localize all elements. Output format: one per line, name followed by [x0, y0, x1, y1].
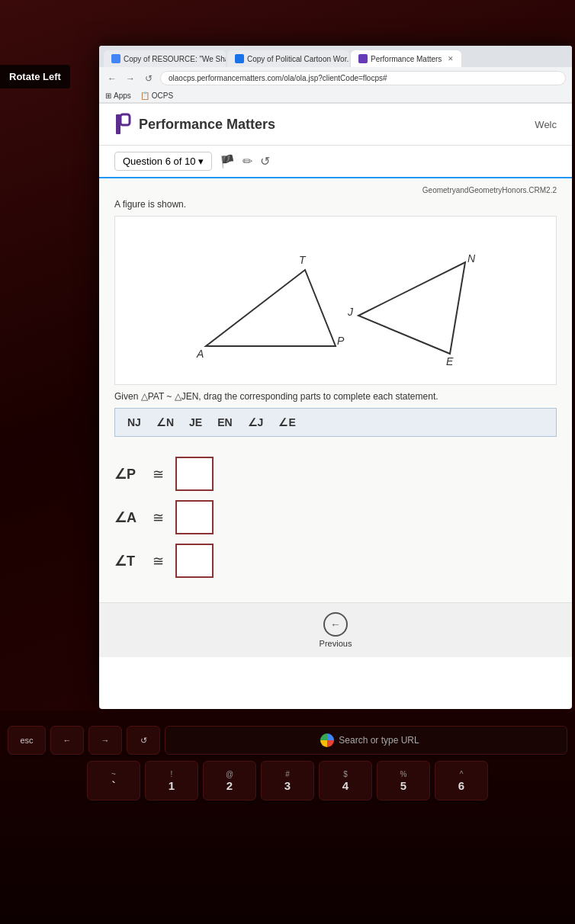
pm-title: Performance Matters	[139, 117, 275, 133]
browser-addressbar: ← → ↺ olaocps.performancematters.com/ola…	[99, 67, 572, 89]
num-4-label: 4	[342, 779, 349, 792]
key-5[interactable]: % 5	[377, 761, 430, 800]
back-button[interactable]: ←	[105, 72, 119, 85]
tab-label-2: Copy of Political Cartoon Wor...	[247, 55, 349, 63]
svg-text:T: T	[299, 254, 307, 266]
rotate-left-label[interactable]: Rotate Left	[0, 65, 70, 88]
num-2-label: 2	[226, 779, 233, 792]
angle-row-T: ∠T ≅	[114, 544, 557, 578]
key-esc[interactable]: esc	[8, 726, 46, 755]
pencil-icon[interactable]: ✏	[243, 154, 252, 168]
drop-box-P[interactable]	[175, 457, 214, 491]
num-6-label: 6	[458, 779, 464, 792]
question-prompt: A figure is shown.	[114, 199, 557, 210]
dollar-symbol: $	[343, 770, 348, 778]
drag-item-EN[interactable]: EN	[214, 415, 235, 430]
bookmark-ocps-label: OCPS	[152, 91, 173, 100]
navigation-area: ← Previous	[99, 602, 572, 657]
given-text: Given △PAT ~ △JEN, drag the correspondin…	[114, 391, 557, 402]
keyboard-row-numbers: ~ ` ! 1 @ 2 # 3 $ 4 % 5 ^ 6	[8, 761, 567, 800]
key-2[interactable]: @ 2	[203, 761, 256, 800]
triangle-figure: A T P J N E	[183, 224, 488, 377]
bookmark-ocps[interactable]: 📋 OCPS	[140, 91, 173, 100]
ocps-icon: 📋	[140, 91, 149, 100]
svg-text:A: A	[196, 348, 204, 360]
forward-button[interactable]: →	[124, 72, 137, 85]
percent-symbol: %	[400, 770, 407, 778]
tab-close-3[interactable]: ✕	[448, 55, 454, 63]
keyboard-area: esc ← → ↺ Search or type URL ~ ` ! 1 @ 2	[0, 711, 575, 924]
tab-label-1: Copy of RESOURCE: "We Sha...	[124, 55, 226, 63]
question-selector[interactable]: Question 6 of 10 ▾	[114, 152, 212, 171]
browser-tab-1[interactable]: Copy of RESOURCE: "We Sha... ✕	[104, 50, 226, 67]
refresh-icon: ↺	[140, 736, 147, 746]
congruent-symbol-A: ≅	[153, 509, 168, 526]
svg-marker-2	[206, 270, 336, 346]
arrow-left-icon: ←	[63, 736, 72, 745]
key-4[interactable]: $ 4	[319, 761, 372, 800]
drag-item-angle-E[interactable]: ∠E	[275, 415, 298, 430]
previous-button[interactable]: ← Previous	[320, 612, 352, 648]
congruent-symbol-T: ≅	[153, 553, 168, 569]
drag-items-bar: NJ ∠N JE EN ∠J ∠E	[114, 408, 557, 437]
key-1[interactable]: ! 1	[145, 761, 198, 800]
google-search-bar[interactable]: Search or type URL	[165, 726, 567, 755]
num-1-label: 1	[169, 779, 175, 792]
question-area: GeometryandGeometryHonors.CRM2.2 A figur…	[99, 178, 572, 457]
key-arrow-right[interactable]: →	[88, 726, 122, 755]
hash-symbol: #	[285, 770, 290, 778]
arrow-right-icon: →	[101, 736, 110, 745]
svg-text:E: E	[446, 355, 454, 367]
refresh-button[interactable]: ↺	[142, 72, 156, 85]
drop-box-A[interactable]	[175, 500, 214, 534]
pm-logo-area: Performance Matters	[114, 113, 275, 136]
pm-header: Performance Matters Welc	[99, 104, 572, 146]
esc-label: esc	[20, 736, 33, 745]
drag-item-angle-J[interactable]: ∠J	[245, 415, 267, 430]
browser-chrome: Copy of RESOURCE: "We Sha... ✕ Copy of P…	[99, 46, 572, 104]
svg-rect-1	[120, 114, 130, 125]
svg-text:J: J	[347, 306, 354, 318]
key-refresh[interactable]: ↺	[127, 726, 160, 755]
angle-P-label: ∠P	[114, 466, 145, 483]
address-bar[interactable]: olaocps.performancematters.com/ola/ola.j…	[160, 71, 566, 85]
tab-icon-2	[235, 54, 244, 63]
num-5-label: 5	[400, 779, 406, 792]
figure-area: A T P J N E	[114, 216, 557, 385]
svg-text:P: P	[337, 335, 345, 347]
flag-icon[interactable]: 🏴	[220, 154, 235, 168]
key-tilde[interactable]: ~ `	[87, 761, 140, 800]
pm-logo-icon	[114, 113, 133, 136]
exclaim-symbol: !	[171, 770, 173, 778]
angle-row-A: ∠A ≅	[114, 500, 557, 534]
caret-symbol: ^	[460, 770, 464, 778]
question-selector-label: Question 6 of 10 ▾	[123, 156, 204, 167]
previous-label: Previous	[320, 639, 352, 648]
bookmark-apps[interactable]: ⊞ Apps	[105, 91, 131, 100]
drag-item-JE[interactable]: JE	[186, 415, 205, 430]
key-3[interactable]: # 3	[261, 761, 314, 800]
prev-circle-icon: ←	[323, 612, 348, 637]
at-symbol: @	[226, 770, 233, 778]
angle-T-label: ∠T	[114, 553, 145, 569]
drag-item-NJ[interactable]: NJ	[124, 415, 144, 430]
angle-A-label: ∠A	[114, 509, 145, 526]
key-arrow-left[interactable]: ←	[50, 726, 84, 755]
congruent-symbol-P: ≅	[153, 466, 168, 483]
backtick-label: `	[112, 779, 116, 792]
svg-marker-6	[358, 262, 465, 354]
bookmark-apps-label: Apps	[114, 91, 131, 100]
drop-box-T[interactable]	[175, 544, 214, 578]
browser-tab-2[interactable]: Copy of Political Cartoon Wor... ✕	[227, 50, 349, 67]
refresh-question-icon[interactable]: ↺	[260, 154, 270, 168]
keyboard-row-function: esc ← → ↺ Search or type URL	[8, 726, 567, 755]
tilde-symbol: ~	[111, 770, 116, 778]
page-content: Performance Matters Welc Question 6 of 1…	[99, 104, 572, 692]
num-3-label: 3	[284, 779, 291, 792]
answer-area: ∠P ≅ ∠A ≅ ∠T ≅	[99, 457, 572, 602]
browser-tab-3[interactable]: Performance Matters ✕	[351, 50, 461, 67]
angle-row-P: ∠P ≅	[114, 457, 557, 491]
browser-tabs: Copy of RESOURCE: "We Sha... ✕ Copy of P…	[99, 46, 572, 67]
drag-item-angle-N[interactable]: ∠N	[153, 415, 177, 430]
key-6[interactable]: ^ 6	[435, 761, 488, 800]
